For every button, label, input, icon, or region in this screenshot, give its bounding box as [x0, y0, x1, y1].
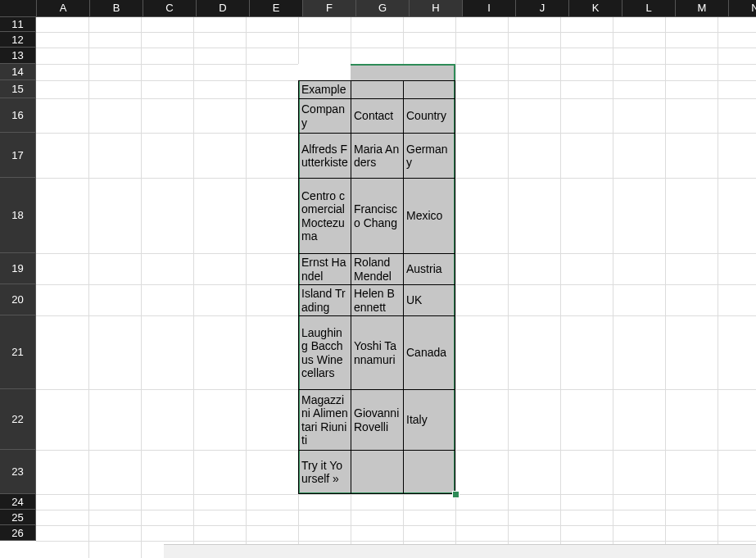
cell-f15[interactable]: Example: [298, 80, 351, 98]
cell-h20[interactable]: UK: [403, 284, 455, 315]
cell-h19[interactable]: Austria: [403, 253, 455, 284]
column-header-i[interactable]: I: [463, 0, 516, 17]
cell-g16[interactable]: Contact: [351, 98, 403, 133]
column-header-l[interactable]: L: [622, 0, 676, 17]
row-header-21[interactable]: 21: [0, 315, 36, 389]
cell-g21[interactable]: Yoshi Tannamuri: [351, 315, 403, 389]
row-header-17[interactable]: 17: [0, 133, 36, 178]
cell-h23[interactable]: [403, 450, 455, 494]
column-header-m[interactable]: M: [676, 0, 729, 17]
row-header-column: 11121314151617181920212223242526: [0, 16, 36, 541]
cell-g20[interactable]: Helen Bennett: [351, 284, 403, 315]
cell-g17[interactable]: Maria Anders: [351, 133, 403, 178]
active-cell[interactable]: [298, 64, 351, 80]
row-header-12[interactable]: 12: [0, 32, 36, 48]
select-all-corner[interactable]: [0, 0, 37, 17]
row-header-24[interactable]: 24: [0, 494, 36, 510]
column-header-j[interactable]: J: [516, 0, 569, 17]
cell-f18[interactable]: Centro comercial Moctezuma: [298, 178, 351, 253]
cell-h22[interactable]: Italy: [403, 389, 455, 450]
column-header-k[interactable]: K: [569, 0, 622, 17]
column-header-b[interactable]: B: [90, 0, 143, 17]
row-header-11[interactable]: 11: [0, 16, 36, 32]
cell-h16[interactable]: Country: [403, 98, 455, 133]
row-header-22[interactable]: 22: [0, 389, 36, 450]
row-header-13[interactable]: 13: [0, 48, 36, 64]
row-header-25[interactable]: 25: [0, 510, 36, 525]
row-header-18[interactable]: 18: [0, 178, 36, 253]
column-header-a[interactable]: A: [37, 0, 90, 17]
cell-g22[interactable]: Giovanni Rovelli: [351, 389, 403, 450]
row-header-23[interactable]: 23: [0, 450, 36, 494]
column-header-row: ABCDEFGHIJKLMN: [0, 0, 756, 16]
cell-h21[interactable]: Canada: [403, 315, 455, 389]
cell-h15[interactable]: [403, 80, 455, 98]
cell-f22[interactable]: Magazzini Alimentari Riuniti: [298, 389, 351, 450]
row-header-20[interactable]: 20: [0, 284, 36, 315]
row-header-16[interactable]: 16: [0, 98, 36, 133]
grid-area[interactable]: ExampleCompanyContactCountryAlfreds Futt…: [36, 16, 756, 558]
column-header-e[interactable]: E: [250, 0, 303, 17]
cell-g19[interactable]: Roland Mendel: [351, 253, 403, 284]
cell-f19[interactable]: Ernst Handel: [298, 253, 351, 284]
row-header-14[interactable]: 14: [0, 64, 36, 80]
cell-f20[interactable]: Island Trading: [298, 284, 351, 315]
column-header-f[interactable]: F: [303, 0, 356, 17]
cell-f16[interactable]: Company: [298, 98, 351, 133]
column-header-c[interactable]: C: [143, 0, 197, 17]
row-header-19[interactable]: 19: [0, 253, 36, 284]
spreadsheet-viewport: ABCDEFGHIJKLMN 1112131415161718192021222…: [0, 0, 756, 558]
cell-f17[interactable]: Alfreds Futterkiste: [298, 133, 351, 178]
row-header-15[interactable]: 15: [0, 80, 36, 98]
cell-g23[interactable]: [351, 450, 403, 494]
cell-g15[interactable]: [351, 80, 403, 98]
cell-h18[interactable]: Mexico: [403, 178, 455, 253]
cell-f23[interactable]: Try it Yourself »: [298, 450, 351, 494]
horizontal-scrollbar[interactable]: [164, 544, 756, 558]
cell-f21[interactable]: Laughing Bacchus Winecellars: [298, 315, 351, 389]
row-header-26[interactable]: 26: [0, 525, 36, 541]
cell-g18[interactable]: Francisco Chang: [351, 178, 403, 253]
column-header-d[interactable]: D: [197, 0, 250, 17]
column-header-n[interactable]: N: [729, 0, 756, 17]
column-header-g[interactable]: G: [356, 0, 410, 17]
column-header-h[interactable]: H: [410, 0, 463, 17]
cell-h17[interactable]: Germany: [403, 133, 455, 178]
